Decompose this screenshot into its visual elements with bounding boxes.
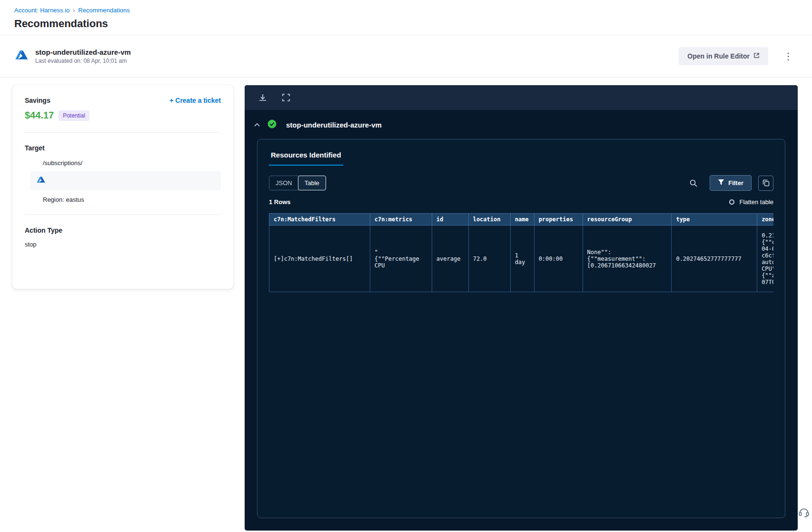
panel-title: stop-underutilized-azure-vm [286,121,382,129]
col-header-metrics: c7n:metrics [370,214,432,226]
open-rule-editor-label: Open in Rule Editor [687,52,750,60]
breadcrumb-recommendations-link[interactable]: Recommendations [78,7,129,14]
cell-resourcegroup: None"": {""measurement"": [0.20671066342… [583,226,672,292]
tabs-row: Resources Identified [257,139,785,166]
target-label: Target [25,144,221,152]
card-divider [25,215,221,215]
resources-table-wrap: c7n:MatchedFilters c7n:metrics id locati… [269,213,773,292]
target-provider-row [30,171,221,190]
copy-icon[interactable] [758,176,773,191]
cell-metrics: " {""Percentage CPU [370,226,432,292]
action-type-label: Action Type [25,227,221,234]
controls-row: JSON Table Filter [257,166,785,197]
flatten-table-label: Flatten table [739,198,773,206]
col-header-properties: properties [534,214,583,226]
last-evaluated-text: Last evaluated on: 08 Apr, 10:01 am [35,58,131,64]
action-type-value: stop [25,241,221,248]
summary-card: Savings + Create a ticket $44.17 Potenti… [12,85,233,289]
download-icon[interactable] [258,93,267,102]
matched-filters-expand-link[interactable]: [+]c7n:MatchedFilters[] [269,226,370,292]
cell-zones: 0.21423 {""cost 04-05T6 c6cf625 autostc … [757,226,773,292]
filter-icon [718,179,724,187]
rows-count: 1 Rows [269,198,291,206]
card-divider [25,132,221,133]
col-header-id: id [432,214,468,226]
azure-icon [14,48,29,64]
table-header-row: c7n:MatchedFilters c7n:metrics id locati… [269,214,774,226]
resources-card: Resources Identified JSON Table Filter [257,139,785,518]
expand-fullscreen-icon[interactable] [282,93,290,102]
savings-label: Savings [25,97,50,104]
flatten-toggle-dot[interactable] [729,199,734,205]
filter-button[interactable]: Filter [710,175,752,191]
cell-type: 0.20274652777777777 [672,226,757,292]
cell-properties: 0:00:00 [534,226,583,292]
toggle-json[interactable]: JSON [269,176,298,190]
col-header-resourcegroup: resourceGroup [583,214,672,226]
search-icon[interactable] [686,176,701,191]
chevron-up-icon[interactable] [253,121,261,129]
cell-id: average [432,226,468,292]
resources-table: c7n:MatchedFilters c7n:metrics id locati… [269,213,773,292]
recommendation-header: stop-underutilized-azure-vm Last evaluat… [0,35,812,77]
breadcrumb-separator: › [73,7,75,14]
success-check-icon [267,119,277,130]
potential-badge: Potential [59,110,89,121]
create-ticket-link[interactable]: + Create a ticket [169,97,221,104]
col-header-name: name [510,214,534,226]
top-bar: Account: Harness.io › Recommendations Re… [0,0,812,35]
main-content: Savings + Create a ticket $44.17 Potenti… [0,78,812,531]
view-toggle: JSON Table [269,176,326,190]
target-region: Region: eastus [43,196,221,203]
help-headset-icon[interactable] [798,506,810,521]
external-link-icon [753,52,760,60]
cell-location: 72.0 [468,226,510,292]
savings-amount: $44.17 [25,110,54,121]
toggle-table[interactable]: Table [298,176,326,190]
page-title: Recommendations [14,18,798,30]
rows-info-row: 1 Rows Flatten table [257,197,785,212]
cell-name: 1 day [510,226,534,292]
table-row: [+]c7n:MatchedFilters[] " {""Percentage … [269,226,774,292]
tab-resources-identified[interactable]: Resources Identified [269,151,343,166]
panel-toolbar [245,85,798,110]
azure-icon-small [36,175,46,187]
open-rule-editor-button[interactable]: Open in Rule Editor [679,47,768,65]
breadcrumb-account-link[interactable]: Account: Harness.io [14,7,69,14]
col-header-zones: zones [757,214,773,226]
flatten-table-toggle[interactable]: Flatten table [729,198,773,206]
target-path: /subscriptions/ [43,159,221,167]
resources-panel: stop-underutilized-azure-vm Resources Id… [245,85,798,531]
breadcrumb: Account: Harness.io › Recommendations [14,7,798,14]
more-options-icon[interactable]: ⋮ [779,49,798,64]
recommendation-identity: stop-underutilized-azure-vm Last evaluat… [35,48,131,64]
col-header-location: location [468,214,510,226]
recommendation-name: stop-underutilized-azure-vm [35,48,131,56]
filter-label: Filter [728,179,743,187]
panel-title-row: stop-underutilized-azure-vm [245,110,798,137]
col-header-type: type [672,214,757,226]
col-header-matchedfilters: c7n:MatchedFilters [269,214,370,226]
